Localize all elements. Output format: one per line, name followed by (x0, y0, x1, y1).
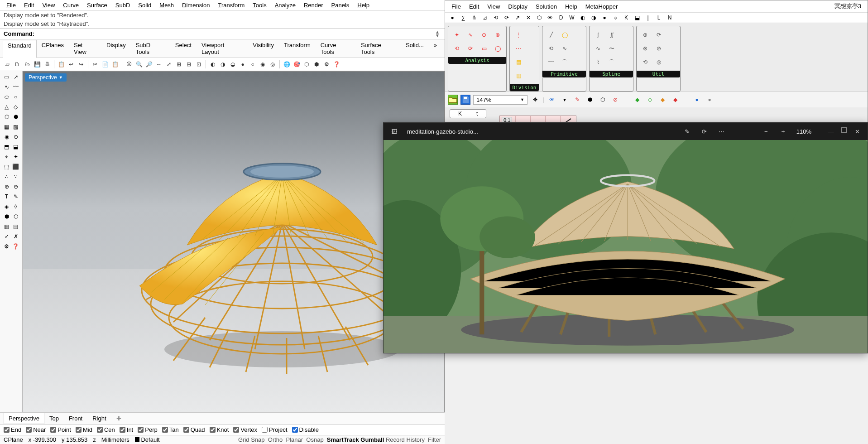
gh-menu-metahopper[interactable]: MetaHopper (582, 2, 622, 11)
toolbar-icon[interactable]: ◉ (258, 60, 267, 69)
tool-icon[interactable]: ⬚ (3, 163, 11, 171)
toolbar-icon[interactable]: ▱ (3, 60, 12, 69)
gh-component-icon[interactable]: ∫ (592, 29, 604, 41)
perspective-viewport[interactable]: Perspective ▼ (23, 71, 445, 412)
status-units[interactable]: Millimeters (101, 436, 129, 443)
toolbar-icon[interactable]: ❓ (332, 60, 341, 69)
maximize-icon[interactable] (841, 127, 847, 133)
menu-edit[interactable]: Edit (20, 1, 38, 10)
menu-subd[interactable]: SubD (112, 1, 134, 10)
gh-component-icon[interactable]: ⊕ (639, 29, 651, 41)
gh-component-icon[interactable]: ◯ (559, 29, 571, 41)
gh-component-icon[interactable]: ⊘ (653, 43, 665, 54)
gh-component-icon[interactable]: ⊗ (492, 29, 504, 41)
tool-icon[interactable]: ⚙ (3, 242, 11, 251)
toolbar-icon[interactable]: ◒ (228, 60, 237, 69)
menu-surface[interactable]: Surface (83, 1, 111, 10)
toolbar-icon[interactable]: 🖶 (43, 60, 52, 69)
menu-dimension[interactable]: Dimension (178, 1, 213, 10)
status-layer[interactable]: Default (135, 436, 160, 443)
gh-component-icon[interactable]: ◯ (492, 43, 504, 54)
gh-component-icon[interactable]: ⌒ (559, 56, 571, 68)
shaded-icon[interactable]: ⬢ (585, 95, 595, 105)
gh-category-icon[interactable]: | (643, 14, 652, 22)
osnap-disable[interactable]: Disable (292, 426, 319, 433)
gh-menu-view[interactable]: View (484, 2, 504, 11)
osnap-perp[interactable]: Perp (138, 426, 157, 433)
toolbar-icon[interactable]: ● (238, 60, 247, 69)
viewport-label[interactable]: Perspective ▼ (25, 73, 67, 82)
orange-cube-icon[interactable]: ◆ (657, 95, 667, 105)
gh-menu-edit[interactable]: Edit (465, 2, 483, 11)
toolbar-tab-set-view[interactable]: Set View (69, 39, 101, 58)
osnap-mid[interactable]: Mid (76, 426, 92, 433)
menu-solid[interactable]: Solid (134, 1, 155, 10)
grey-sphere-icon[interactable]: ● (705, 95, 715, 105)
add-viewport-icon[interactable]: ✚ (111, 413, 126, 424)
toolbar-icon[interactable]: 🗋 (13, 60, 22, 69)
tool-icon[interactable]: ∿ (3, 83, 11, 91)
gh-component-icon[interactable]: ⟲ (451, 43, 463, 54)
gh-component-icon[interactable]: ✦ (451, 29, 463, 41)
menu-file[interactable]: File (3, 1, 19, 10)
gh-category-icon[interactable]: L (654, 14, 663, 22)
gh-category-icon[interactable]: ● (448, 14, 457, 22)
menu-analyze[interactable]: Analyze (271, 1, 299, 10)
toolbar-tab-visibility[interactable]: Visibility (248, 39, 279, 58)
edit-image-icon[interactable]: ✎ (683, 127, 691, 135)
gh-category-icon[interactable]: W (567, 14, 576, 22)
command-line[interactable]: Command: ▲▼ (0, 28, 445, 39)
gh-category-icon[interactable]: ⟐ (611, 14, 620, 22)
gh-category-icon[interactable]: ↗ (513, 14, 522, 22)
osnap-tan[interactable]: Tan (162, 426, 179, 433)
toolbar-icon[interactable]: 🔎 (144, 60, 153, 69)
toolbar-icon[interactable]: 📄 (101, 60, 110, 69)
toolbar-tab-subd-tools[interactable]: SubD Tools (131, 39, 170, 58)
toolbar-icon[interactable]: 🗁 (23, 60, 32, 69)
tool-icon[interactable]: ▦ (3, 123, 11, 131)
status-toggles[interactable]: Grid Snap Ortho Planar Osnap SmartTrack … (238, 436, 441, 443)
tool-icon[interactable]: ▦ (3, 222, 11, 231)
tool-icon[interactable]: ◊ (12, 203, 20, 211)
toolbar-icon[interactable]: ↔ (154, 60, 163, 69)
photos-titlebar[interactable]: 🖼 meditation-gazebo-studio... ✎ ⟳ ⋯ − ＋ … (384, 123, 868, 140)
status-cplane[interactable]: CPlane (4, 436, 23, 443)
disable-icon[interactable]: ⬡ (598, 95, 608, 105)
toolbar-icon[interactable]: ⊡ (194, 60, 203, 69)
blue-sphere-icon[interactable]: ● (692, 95, 702, 105)
gh-category-icon[interactable]: ⬡ (535, 14, 544, 22)
tool-icon[interactable]: ◇ (12, 103, 20, 111)
menu-tools[interactable]: Tools (249, 1, 270, 10)
tool-icon[interactable]: ⬢ (12, 113, 20, 121)
gh-panel-kt[interactable]: Kt (450, 109, 486, 118)
gh-component-icon[interactable]: ⌇ (592, 56, 604, 68)
gh-category-icon[interactable]: ⬓ (633, 14, 642, 22)
osnap-point[interactable]: Point (50, 426, 71, 433)
viewport-tab-front[interactable]: Front (64, 413, 87, 424)
tool-icon[interactable]: ⊕ (3, 183, 11, 191)
menu-help[interactable]: Help (354, 1, 373, 10)
green-cube2-icon[interactable]: ◇ (645, 95, 655, 105)
osnap-cen[interactable]: Cen (97, 426, 115, 433)
gh-component-icon[interactable]: ⊗ (639, 43, 651, 54)
tool-icon[interactable]: ◈ (3, 203, 11, 211)
photos-zoom[interactable]: 110% (796, 128, 811, 135)
toolbar-icon[interactable]: ◐ (208, 60, 217, 69)
gh-category-icon[interactable]: K (622, 14, 631, 22)
gh-category-icon[interactable]: ⟳ (502, 14, 511, 22)
command-history-arrows[interactable]: ▲▼ (434, 30, 441, 38)
gh-canvas[interactable]: Kt Range 0:1 Remap Numbers (445, 107, 868, 122)
save-file-icon[interactable] (460, 95, 470, 105)
gh-component-icon[interactable]: ▥ (513, 70, 524, 82)
gh-menu-help[interactable]: Help (561, 2, 581, 11)
gh-component-icon[interactable]: ⟲ (639, 56, 651, 68)
tool-icon[interactable]: ∴ (3, 173, 11, 181)
tool-icon[interactable]: ∵ (12, 173, 20, 181)
menu-curve[interactable]: Curve (59, 1, 82, 10)
gh-component-icon[interactable]: ⊙ (478, 29, 490, 41)
toolbar-icon[interactable]: 💾 (33, 60, 42, 69)
menu-transform[interactable]: Transform (215, 1, 249, 10)
gh-menu-display[interactable]: Display (504, 2, 531, 11)
osnap-project[interactable]: Project (262, 426, 287, 433)
toolbar-icon[interactable]: ⤢ (164, 60, 173, 69)
